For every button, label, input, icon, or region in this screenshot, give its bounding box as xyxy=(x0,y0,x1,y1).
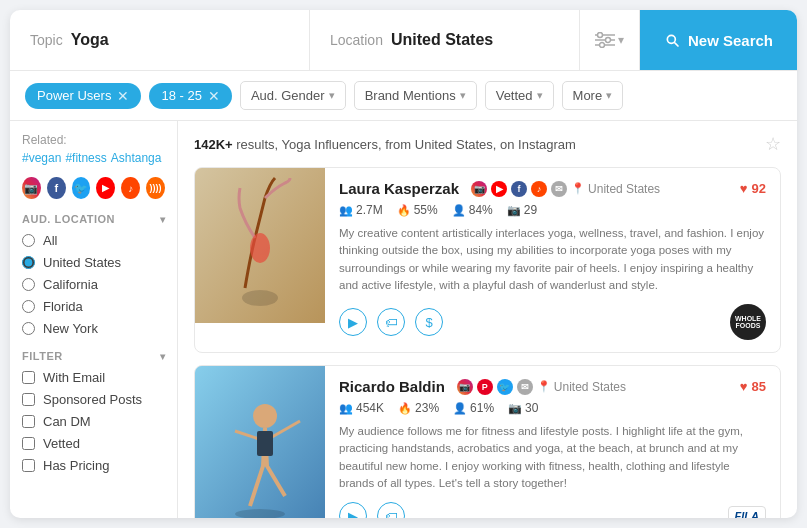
svg-point-3 xyxy=(597,33,602,38)
svg-point-7 xyxy=(242,290,278,306)
engagement-ricardo: 23% xyxy=(415,401,439,415)
more-label: More xyxy=(573,88,603,103)
location-label: Location xyxy=(330,32,383,48)
card-location-ricardo: 📍 United States xyxy=(537,380,626,394)
location-ca-label: California xyxy=(43,277,98,292)
filter-bar: Power Users ✕ 18 - 25 ✕ Aud. Gender Bran… xyxy=(10,71,797,121)
aud-gender-dropdown[interactable]: Aud. Gender xyxy=(240,81,346,110)
card-actions-ricardo: ▶ 🏷 FILA xyxy=(339,502,766,518)
more-dropdown[interactable]: More xyxy=(562,81,624,110)
tag-btn-laura[interactable]: 🏷 xyxy=(377,308,405,336)
location-ny-label: New York xyxy=(43,321,98,336)
tag-vegan[interactable]: #vegan xyxy=(22,151,61,165)
location-section: Location United States xyxy=(310,10,580,70)
svg-rect-12 xyxy=(257,431,273,456)
stat-posts-r: 📷 30 xyxy=(508,401,538,415)
stat-followers-r: 👥 454K xyxy=(339,401,384,415)
heart-icon-r: ♥ xyxy=(740,379,748,394)
filter-toggle[interactable]: ▾ xyxy=(160,351,166,362)
location-ca[interactable]: California xyxy=(22,277,165,292)
aud-location-section: AUD. LOCATION ▾ xyxy=(22,213,165,225)
posts-laura: 29 xyxy=(524,203,537,217)
email-icon-r: ✉ xyxy=(517,379,533,395)
related-tags: #vegan #fitness Ashtanga xyxy=(22,151,165,165)
location-fl[interactable]: Florida xyxy=(22,299,165,314)
facebook-icon[interactable]: f xyxy=(47,177,66,199)
tag-fitness[interactable]: #fitness xyxy=(65,151,106,165)
location-value: United States xyxy=(391,31,493,49)
filters-icon[interactable]: ▾ xyxy=(580,10,640,70)
brand-name-laura: WHOLEFOODS xyxy=(735,315,761,329)
new-search-label: New Search xyxy=(688,32,773,49)
stat-authenticity: 👤 84% xyxy=(452,203,493,217)
aud-location-label: AUD. LOCATION xyxy=(22,213,115,225)
brand-logo-laura: WHOLEFOODS xyxy=(453,304,766,340)
save-star-icon[interactable]: ☆ xyxy=(765,133,781,155)
play-btn-laura[interactable]: ▶ xyxy=(339,308,367,336)
email-icon: ✉ xyxy=(551,181,567,197)
filter-tag-age-close[interactable]: ✕ xyxy=(208,88,220,104)
heart-score-laura: 92 xyxy=(752,181,766,196)
topic-value: Yoga xyxy=(71,31,109,49)
related-label: Related: xyxy=(22,133,165,147)
location-pin-icon: 📍 xyxy=(571,182,585,195)
filter-tag-label: Power Users xyxy=(37,88,111,103)
location-pin-icon-r: 📍 xyxy=(537,380,551,393)
filter-has-pricing[interactable]: Has Pricing xyxy=(22,458,165,473)
filter-sponsored-posts[interactable]: Sponsored Posts xyxy=(22,392,165,407)
card-stats-ricardo: 👥 454K 🔥 23% 👤 61% 📷 xyxy=(339,401,766,415)
card-desc-ricardo: My audience follows me for fitness and l… xyxy=(339,423,766,492)
music-icon[interactable]: ♪ xyxy=(121,177,140,199)
aud-location-toggle[interactable]: ▾ xyxy=(160,214,166,225)
svg-point-8 xyxy=(250,233,270,263)
card-stats-laura: 👥 2.7M 🔥 55% 👤 84% 📷 xyxy=(339,203,766,217)
filter-tag-power-users[interactable]: Power Users ✕ xyxy=(25,83,141,109)
search-icon xyxy=(664,32,680,48)
play-btn-ricardo[interactable]: ▶ xyxy=(339,502,367,518)
stat-posts: 📷 29 xyxy=(507,203,537,217)
vetted-label: Vetted xyxy=(496,88,533,103)
header: Topic Yoga Location United States ▾ New … xyxy=(10,10,797,71)
twitter-icon[interactable]: 🐦 xyxy=(72,177,91,199)
price-btn-laura[interactable]: $ xyxy=(415,308,443,336)
heart-badge-ricardo: ♥ 85 xyxy=(740,379,766,394)
yt-icon: ▶ xyxy=(491,181,507,197)
card-header-ricardo: Ricardo Baldin 📷 P 🐦 ✉ 📍 United States ♥ xyxy=(339,378,766,395)
location-all[interactable]: All xyxy=(22,233,165,248)
card-location-laura: 📍 United States xyxy=(571,182,660,196)
location-us-label: United States xyxy=(43,255,121,270)
card-actions-laura: ▶ 🏷 $ WHOLEFOODS xyxy=(339,304,766,340)
whole-foods-badge: WHOLEFOODS xyxy=(730,304,766,340)
results-header: 142K+ results, Yoga Influencers, from Un… xyxy=(194,133,781,155)
filter-with-email[interactable]: With Email xyxy=(22,370,165,385)
filter-vetted[interactable]: Vetted xyxy=(22,436,165,451)
svg-point-5 xyxy=(599,43,604,48)
filter-tag-age[interactable]: 18 - 25 ✕ xyxy=(149,83,231,109)
location-ny[interactable]: New York xyxy=(22,321,165,336)
filter-tag-close[interactable]: ✕ xyxy=(117,88,129,104)
followers-laura: 2.7M xyxy=(356,203,383,217)
heart-badge-laura: ♥ 92 xyxy=(740,181,766,196)
heart-score-ricardo: 85 xyxy=(752,379,766,394)
new-search-button[interactable]: New Search xyxy=(640,10,797,70)
instagram-icon[interactable]: 📷 xyxy=(22,177,41,199)
vetted-dropdown[interactable]: Vetted xyxy=(485,81,554,110)
tag-ashtanga[interactable]: Ashtanga xyxy=(111,151,162,165)
svg-point-4 xyxy=(605,38,610,43)
brand-mentions-label: Brand Mentions xyxy=(365,88,456,103)
tag-btn-ricardo[interactable]: 🏷 xyxy=(377,502,405,518)
svg-point-11 xyxy=(253,404,277,428)
rss-icon[interactable]: )))) xyxy=(146,177,165,199)
influencer-name-laura: Laura Kasperzak xyxy=(339,180,459,197)
location-us[interactable]: United States xyxy=(22,255,165,270)
card-header-laura: Laura Kasperzak 📷 ▶ f ♪ ✉ 📍 United State… xyxy=(339,180,766,197)
heart-icon: ♥ xyxy=(740,181,748,196)
filter-can-dm[interactable]: Can DM xyxy=(22,414,165,429)
card-desc-laura: My creative content artistically interla… xyxy=(339,225,766,294)
filter-section: FILTER ▾ xyxy=(22,350,165,362)
sidebar: Related: #vegan #fitness Ashtanga 📷 f 🐦 … xyxy=(10,121,178,518)
social-platforms: 📷 f 🐦 ▶ ♪ )))) xyxy=(22,177,165,199)
brand-mentions-dropdown[interactable]: Brand Mentions xyxy=(354,81,477,110)
location-radio-group: All United States California Florida New… xyxy=(22,233,165,336)
youtube-icon[interactable]: ▶ xyxy=(96,177,115,199)
